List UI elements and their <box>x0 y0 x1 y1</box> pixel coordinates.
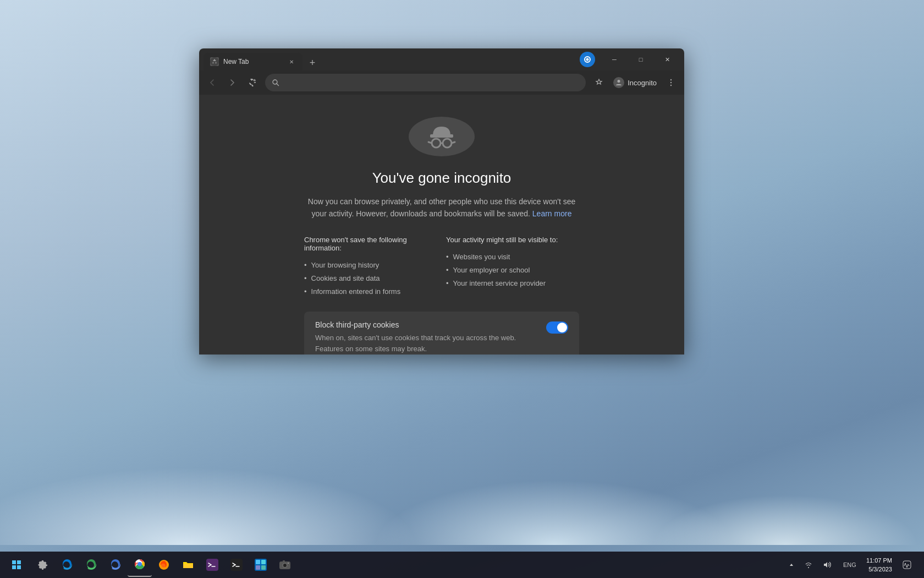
volume-icon <box>823 560 832 569</box>
tab-area: New Tab ✕ + <box>204 48 580 70</box>
volume-button[interactable] <box>819 557 835 573</box>
svg-rect-9 <box>430 134 453 138</box>
svg-rect-25 <box>256 560 260 564</box>
network-button[interactable] <box>800 557 817 573</box>
forward-button[interactable] <box>223 74 241 91</box>
new-tab-button[interactable]: + <box>305 55 320 70</box>
firefox-taskbar[interactable] <box>152 553 176 577</box>
start-button[interactable] <box>4 553 29 577</box>
chrome-wont-save-heading: Chrome won't save the following informat… <box>304 236 437 252</box>
svg-point-8 <box>670 85 672 86</box>
svg-rect-27 <box>256 565 260 570</box>
svg-rect-26 <box>261 560 266 564</box>
profile-label: Incognito <box>628 79 657 87</box>
incognito-title: You've gone incognito <box>372 170 512 187</box>
chrome-wont-save-column: Chrome won't save the following informat… <box>304 236 437 299</box>
show-hidden-icons[interactable] <box>785 558 798 571</box>
system-tray: ENG 11:07 PM 5/3/2023 <box>785 553 920 577</box>
list-item: Your employer or school <box>446 264 579 277</box>
list-item: Websites you visit <box>446 250 579 264</box>
edge-icon <box>61 559 73 571</box>
menu-button[interactable] <box>662 74 680 91</box>
settings-icon-taskbar[interactable] <box>31 553 55 577</box>
chevron-up-icon <box>789 562 794 568</box>
extension-icon[interactable] <box>580 52 595 67</box>
svg-point-1 <box>212 62 214 64</box>
svg-rect-32 <box>283 560 285 562</box>
incognito-page: You've gone incognito Now you can browse… <box>304 117 579 332</box>
notification-icon <box>903 560 911 569</box>
list-item: Your internet service provider <box>446 277 579 290</box>
edge-dev-taskbar[interactable] <box>103 553 128 577</box>
profile-button[interactable]: Incognito <box>609 75 661 90</box>
svg-point-6 <box>670 79 672 80</box>
chrome-wont-save-list: Your browsing history Cookies and site d… <box>304 259 437 299</box>
refresh-button[interactable] <box>243 74 261 91</box>
svg-rect-28 <box>261 565 266 570</box>
minimize-button[interactable]: ─ <box>602 51 627 68</box>
svg-point-33 <box>288 563 289 564</box>
bookmark-button[interactable] <box>590 74 608 91</box>
back-button[interactable] <box>204 74 221 91</box>
tab-title: New Tab <box>223 58 283 66</box>
cookie-toggle[interactable] <box>546 321 568 334</box>
list-item: Information entered in forms <box>304 285 437 298</box>
toolbar: Incognito <box>199 70 684 95</box>
windows-icon <box>12 560 21 569</box>
cookie-block-text: Block third-party cookies When on, sites… <box>315 320 537 354</box>
still-visible-heading: Your activity might still be visible to: <box>446 236 579 244</box>
tab-close-button[interactable]: ✕ <box>287 57 296 66</box>
tray-icons <box>785 557 835 573</box>
photos-taskbar[interactable] <box>249 553 273 577</box>
learn-more-link[interactable]: Learn more <box>532 209 572 218</box>
svg-line-14 <box>452 142 455 143</box>
still-visible-list: Websites you visit Your employer or scho… <box>446 250 579 291</box>
desktop: New Tab ✕ + ─ □ ✕ <box>0 0 924 578</box>
svg-rect-20 <box>206 559 218 571</box>
wifi-icon <box>804 560 813 569</box>
taskbar-time: 11:07 PM 5/3/2023 <box>866 556 892 574</box>
close-button[interactable]: ✕ <box>654 51 680 68</box>
list-item: Your browsing history <box>304 259 437 272</box>
svg-line-13 <box>428 142 432 143</box>
camera-icon <box>279 559 291 571</box>
svg-point-0 <box>210 57 219 66</box>
notification-button[interactable] <box>899 553 915 577</box>
gear-icon <box>37 559 48 570</box>
edge-taskbar[interactable] <box>55 553 79 577</box>
svg-point-31 <box>284 564 287 567</box>
browser-content: You've gone incognito Now you can browse… <box>199 95 684 355</box>
camera-taskbar[interactable] <box>273 553 297 577</box>
browser-tab[interactable]: New Tab ✕ <box>204 53 302 70</box>
svg-point-11 <box>443 139 452 148</box>
terminal-taskbar[interactable] <box>200 553 224 577</box>
cookie-block-title: Block third-party cookies <box>315 320 537 329</box>
star-icon <box>595 78 603 87</box>
cookie-block-description: When on, sites can't use cookies that tr… <box>315 332 537 354</box>
clock-button[interactable]: 11:07 PM 5/3/2023 <box>864 553 894 577</box>
folder-icon <box>182 559 194 571</box>
language-button[interactable]: ENG <box>840 553 860 577</box>
window-controls: ─ □ ✕ <box>602 51 680 68</box>
svg-line-4 <box>277 84 279 86</box>
edge-dev-icon <box>109 559 122 571</box>
avatar <box>613 77 624 88</box>
svg-point-2 <box>215 62 217 64</box>
language-label: ENG <box>843 561 856 568</box>
chrome-taskbar[interactable] <box>128 553 152 577</box>
maximize-button[interactable]: □ <box>628 51 653 68</box>
photos-icon <box>255 559 267 571</box>
svg-point-5 <box>618 80 620 83</box>
address-input[interactable] <box>284 78 579 87</box>
address-bar[interactable] <box>265 74 586 91</box>
toolbar-right: Incognito <box>590 74 680 91</box>
search-icon <box>272 79 279 86</box>
browser-window: New Tab ✕ + ─ □ ✕ <box>199 48 684 355</box>
file-explorer-taskbar[interactable] <box>176 553 200 577</box>
taskbar: ENG 11:07 PM 5/3/2023 <box>0 552 924 578</box>
chrome-icon <box>134 558 146 570</box>
svg-point-10 <box>432 139 441 148</box>
terminal2-taskbar[interactable] <box>224 553 249 577</box>
edge-beta-taskbar[interactable] <box>79 553 103 577</box>
incognito-icon <box>409 117 475 156</box>
